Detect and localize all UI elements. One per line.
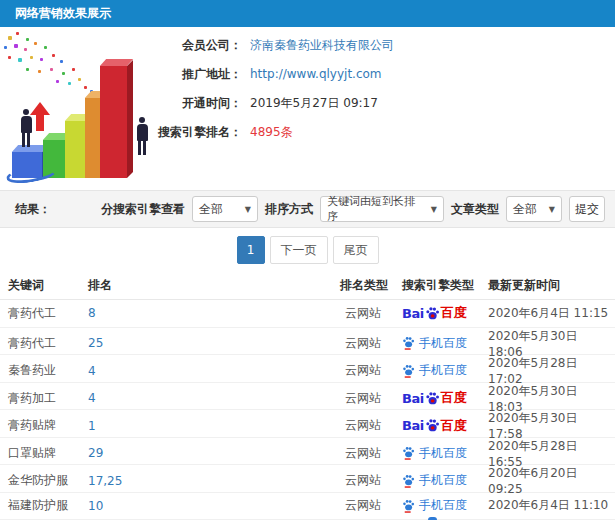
keyword-cell: 口罩贴牌: [8, 445, 88, 462]
info-field-value[interactable]: 济南秦鲁药业科技有限公司: [250, 37, 394, 54]
article-type-label: 文章类型: [451, 201, 499, 218]
info-fields: 会员公司： 济南秦鲁药业科技有限公司 推广地址： http://www.qlyy…: [128, 35, 608, 142]
info-field-label: 推广地址：: [128, 66, 242, 83]
engine-type-cell: Bai 百度: [402, 417, 488, 435]
engine-type-cell: 手机百度: [402, 445, 488, 462]
baidu-logo: Bai 百度: [402, 389, 467, 407]
header-updated-time: 最新更新时间: [488, 277, 615, 294]
info-section: 会员公司： 济南秦鲁药业科技有限公司 推广地址： http://www.qlyy…: [0, 27, 615, 190]
sort-select[interactable]: 关键词由短到长排序 ▼: [320, 196, 444, 222]
baidu-mobile-logo: 手机百度: [402, 362, 467, 379]
rank-type-cell: 云网站: [340, 445, 402, 462]
updated-time-cell: 2020年6月4日 11:10: [488, 497, 615, 514]
rank-link[interactable]: 17,25: [88, 474, 340, 488]
filter-bar: 结果： 分搜索引擎查看 全部 ▼ 排序方式 关键词由短到长排序 ▼ 文章类型 全…: [0, 190, 615, 228]
keyword-cell: 膏药加工: [8, 390, 88, 407]
rank-link[interactable]: 10: [88, 499, 340, 513]
rank-link[interactable]: 4: [88, 391, 340, 405]
rank-type-cell: 云网站: [340, 472, 402, 489]
info-field-value: 2019年5月27日 09:17: [250, 95, 378, 112]
page-title: 网络营销效果展示: [15, 5, 111, 22]
updated-time-cell: 2020年5月28日 16:55: [488, 438, 615, 469]
result-label: 结果：: [15, 201, 51, 218]
keyword-cell: 膏药代工: [8, 305, 88, 322]
table-row: 膏药代工 25 云网站 手机百度 2020年5月30日 18:06: [0, 328, 615, 356]
info-field-value: 4895条: [250, 124, 293, 141]
rank-link[interactable]: 25: [88, 336, 340, 350]
baidu-logo: Bai 百度: [402, 417, 467, 435]
rank-type-cell: 云网站: [340, 362, 402, 379]
baidu-mobile-paw-icon: [402, 364, 415, 378]
baidu-paw-icon: [425, 306, 440, 321]
keyword-cell: 秦鲁药业: [8, 362, 88, 379]
engine-type-cell: 手机百度: [402, 362, 488, 379]
pagination-last-button[interactable]: 尾页: [333, 236, 379, 264]
pagination: 1 下一页 尾页: [0, 228, 615, 272]
baidu-mobile-paw-icon: [402, 474, 415, 488]
updated-time-cell: 2020年5月30日 18:06: [488, 328, 615, 359]
updated-time-cell: 2020年5月30日 17:58: [488, 410, 615, 441]
sort-filter-label: 排序方式: [265, 201, 313, 218]
chevron-down-icon: ▼: [549, 205, 555, 214]
rank-link[interactable]: 1: [88, 419, 340, 433]
engine-select-value: 全部: [199, 201, 223, 218]
engine-type-cell: 手机百度: [402, 497, 488, 514]
info-field-label: 搜索引擎排名：: [128, 124, 242, 141]
info-field: 推广地址： http://www.qlyyjt.com: [128, 64, 608, 84]
table-row: 金华防护服 17,25 云网站 手机百度 2020年6月20日 09:25: [0, 465, 615, 493]
keyword-cell: 膏药贴牌: [8, 417, 88, 434]
table-row: 膏药贴牌 1 云网站 Bai 百度 2020年5月30日 17:58: [0, 410, 615, 438]
engine-type-cell: Bai 百度: [402, 389, 488, 407]
baidu-mobile-paw-icon: [402, 446, 415, 460]
header-rank-type: 排名类型: [340, 277, 402, 294]
keyword-cell: 金华防护服: [8, 472, 88, 489]
pagination-page-1[interactable]: 1: [237, 236, 265, 264]
table-header-row: 关键词 排名 排名类型 搜索引擎类型 最新更新时间: [0, 272, 615, 300]
baidu-logo: Bai 百度: [402, 304, 467, 322]
info-field-value[interactable]: http://www.qlyyjt.com: [250, 67, 382, 81]
sort-select-value: 关键词由短到长排序: [327, 194, 426, 224]
chart-bar-red: [100, 66, 127, 178]
chevron-down-icon: ▼: [245, 205, 251, 214]
article-type-value: 全部: [513, 201, 537, 218]
table-row: 膏药加工 4 云网站 Bai 百度 2020年5月30日 18:03: [0, 383, 615, 411]
info-field: 会员公司： 济南秦鲁药业科技有限公司: [128, 35, 608, 55]
updated-time-cell: 2020年5月30日 18:03: [488, 383, 615, 414]
table-body: 膏药代工 8 云网站 Bai 百度 2020年6月4日 11:15 膏药代工 2…: [0, 300, 615, 520]
updated-time-cell: 2020年5月28日 17:02: [488, 355, 615, 386]
article-type-select[interactable]: 全部 ▼: [506, 196, 562, 222]
info-field-label: 开通时间：: [128, 95, 242, 112]
page-root: 网络营销效果展示 会员公司： 济南秦鲁药业科技有限公司 推广地址： h: [0, 0, 615, 520]
header-rank: 排名: [88, 277, 340, 294]
rank-link[interactable]: 8: [88, 306, 340, 320]
keyword-cell: 福建防护服: [8, 497, 88, 514]
rank-type-cell: 云网站: [340, 305, 402, 322]
businessman-figure-left: [18, 109, 34, 147]
header-engine-type: 搜索引擎类型: [402, 277, 488, 294]
updated-time-cell: 2020年6月20日 09:25: [488, 465, 615, 496]
keyword-cell: 膏药代工: [8, 335, 88, 352]
table-row: 福建防护服 10 云网站 手机百度 2020年6月4日 11:10: [0, 493, 615, 520]
pagination-next-button[interactable]: 下一页: [270, 236, 328, 264]
rank-type-cell: 云网站: [340, 417, 402, 434]
baidu-mobile-logo: 手机百度: [402, 335, 467, 352]
info-field-label: 会员公司：: [128, 37, 242, 54]
engine-type-cell: Bai 百度: [402, 304, 488, 322]
rank-type-cell: 云网站: [340, 390, 402, 407]
engine-select[interactable]: 全部 ▼: [192, 196, 258, 222]
rank-type-cell: 云网站: [340, 497, 402, 514]
filter-controls: 分搜索引擎查看 全部 ▼ 排序方式 关键词由短到长排序 ▼ 文章类型 全部 ▼ …: [101, 196, 605, 222]
baidu-mobile-paw-icon: [402, 499, 415, 513]
engine-type-cell: 手机百度: [402, 472, 488, 489]
baidu-mobile-paw-icon: [402, 336, 415, 350]
header-keyword: 关键词: [8, 277, 88, 294]
chevron-down-icon: ▼: [431, 205, 437, 214]
rank-type-cell: 云网站: [340, 335, 402, 352]
table-row: 口罩贴牌 29 云网站 手机百度 2020年5月28日 16:55: [0, 438, 615, 466]
rank-link[interactable]: 29: [88, 446, 340, 460]
rank-link[interactable]: 4: [88, 364, 340, 378]
submit-button[interactable]: 提交: [569, 196, 605, 222]
results-table: 关键词 排名 排名类型 搜索引擎类型 最新更新时间 膏药代工 8 云网站 Bai…: [0, 272, 615, 520]
info-field: 开通时间： 2019年5月27日 09:17: [128, 93, 608, 113]
info-field: 搜索引擎排名： 4895条: [128, 122, 608, 142]
